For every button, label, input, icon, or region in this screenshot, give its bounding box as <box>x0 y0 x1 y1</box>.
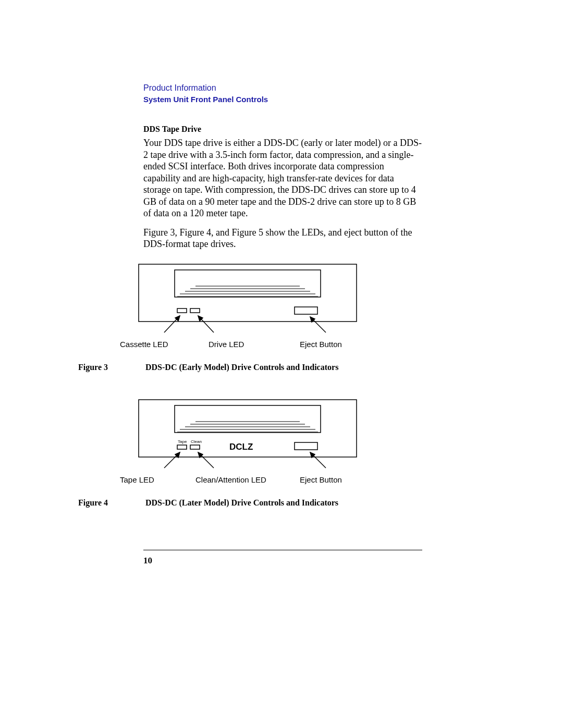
svg-rect-23 <box>177 445 187 449</box>
figure-4-label-clean-attention-led: Clean/Attention LED <box>195 475 266 484</box>
body-paragraph-2: Figure 3, Figure 4, and Figure 5 show th… <box>143 227 422 250</box>
svg-rect-17 <box>175 405 321 433</box>
figure-3-label-drive-led: Drive LED <box>209 340 244 349</box>
breadcrumb-product-info: Product Information <box>143 83 422 93</box>
figure-4-label-tape-led: Tape LED <box>120 475 154 484</box>
figure-4-diagram: Tape Clean DCLZ <box>138 399 357 472</box>
page-number: 10 <box>143 556 152 565</box>
section-title: System Unit Front Panel Controls <box>143 95 422 104</box>
figure-4-label-eject-button: Eject Button <box>300 475 342 484</box>
svg-rect-24 <box>190 445 200 449</box>
figure-3-label-eject-button: Eject Button <box>300 340 342 349</box>
figure-4-dclz-text: DCLZ <box>229 442 253 452</box>
body-paragraph-1: Your DDS tape drive is either a DDS-DC (… <box>143 137 422 219</box>
subsection-title: DDS Tape Drive <box>143 125 422 134</box>
svg-rect-9 <box>295 307 317 314</box>
figure-4-number: Figure 4 <box>78 498 143 508</box>
svg-rect-25 <box>295 442 317 450</box>
svg-rect-0 <box>139 264 357 322</box>
figure-4: Tape Clean DCLZ Tape LED Clean/Attention… <box>143 399 422 487</box>
figure-4-led-clean-text: Clean <box>191 439 202 444</box>
figure-3-label-cassette-led: Cassette LED <box>120 340 168 349</box>
figure-3: Cassette LED Drive LED Eject Button <box>143 264 422 351</box>
figure-4-led-tape-text: Tape <box>178 439 187 444</box>
svg-rect-8 <box>190 309 200 313</box>
figure-3-caption: DDS-DC (Early Model) Drive Controls and … <box>145 363 338 372</box>
figure-3-number: Figure 3 <box>78 363 143 372</box>
figure-4-caption: DDS-DC (Later Model) Drive Controls and … <box>145 498 338 507</box>
figure-3-diagram <box>138 264 357 337</box>
svg-rect-7 <box>177 309 187 313</box>
page-footer: 10 <box>143 550 422 566</box>
svg-rect-1 <box>175 270 321 297</box>
